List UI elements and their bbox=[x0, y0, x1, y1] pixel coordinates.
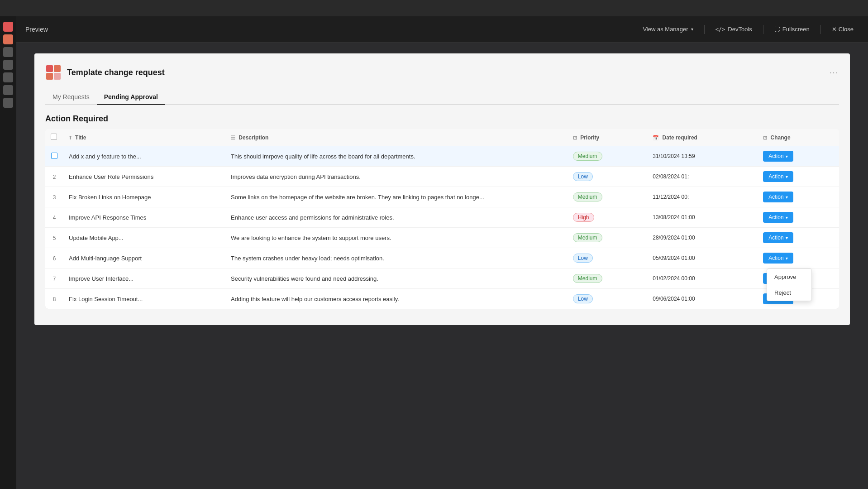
svg-rect-1 bbox=[54, 65, 61, 72]
action-chevron-icon: ▾ bbox=[786, 256, 788, 261]
sidebar-item-5[interactable] bbox=[3, 72, 13, 82]
template-name: Template change request bbox=[67, 68, 165, 77]
sidebar-item-6[interactable] bbox=[3, 85, 13, 95]
col-priority: ⊡ Priority bbox=[568, 129, 647, 146]
action-chevron-icon: ▾ bbox=[786, 235, 788, 240]
action-dropdown-menu: Approve Reject bbox=[767, 268, 812, 301]
action-chevron-icon: ▾ bbox=[786, 195, 788, 200]
svg-rect-0 bbox=[46, 65, 53, 72]
row-action[interactable]: Action ▾ bbox=[758, 146, 839, 167]
close-label: Close bbox=[839, 26, 854, 33]
action-button[interactable]: Action ▾ bbox=[763, 151, 793, 162]
separator-2 bbox=[763, 25, 763, 34]
sidebar-item-2[interactable] bbox=[3, 34, 13, 44]
preview-modal: Preview View as Manager ▾ </> DevTools ⛶… bbox=[16, 16, 868, 489]
row-action[interactable]: Action ▾ bbox=[758, 207, 839, 228]
template-logo-area: Template change request bbox=[45, 64, 165, 81]
table-row: 3Fix Broken Links on HomepageSome links … bbox=[45, 187, 839, 207]
tabs-row: My Requests Pending Approval bbox=[45, 90, 839, 105]
header-checkbox[interactable] bbox=[51, 134, 57, 140]
row-date: 28/09/2024 01:00 bbox=[647, 228, 758, 248]
row-number: 6 bbox=[53, 255, 56, 262]
row-number: 8 bbox=[53, 296, 56, 302]
row-title: Fix Broken Links on Homepage bbox=[63, 187, 225, 207]
action-button[interactable]: Action ▾ bbox=[763, 171, 793, 182]
row-checkbox-cell[interactable]: 6 bbox=[45, 248, 63, 268]
row-checkbox-cell[interactable] bbox=[45, 146, 63, 167]
date-col-icon: 📅 bbox=[653, 135, 659, 140]
row-description: This should imrpove quality of life acro… bbox=[225, 146, 568, 167]
close-icon: ✕ bbox=[832, 26, 837, 33]
sidebar-item-4[interactable] bbox=[3, 60, 13, 70]
row-date: 01/02/2024 00:00 bbox=[647, 268, 758, 289]
view-as-manager-label: View as Manager bbox=[643, 26, 688, 33]
preview-actions: View as Manager ▾ </> DevTools ⛶ Fullscr… bbox=[637, 23, 859, 35]
dropdown-reject[interactable]: Reject bbox=[767, 285, 811, 301]
table-row: 8Fix Login Session Timeout...Adding this… bbox=[45, 289, 839, 309]
close-button[interactable]: ✕ Close bbox=[826, 23, 859, 35]
app-logo-icon bbox=[45, 64, 62, 81]
action-button[interactable]: Action ▾ bbox=[763, 192, 793, 202]
table-scroll-wrapper[interactable]: T Title ☰ Description ⊡ Priority bbox=[45, 129, 839, 309]
col-description: ☰ Description bbox=[225, 129, 568, 146]
table-row: 4Improve API Response TimesEnhance user … bbox=[45, 207, 839, 228]
row-description: Some links on the homepage of the websit… bbox=[225, 187, 568, 207]
row-title: Add Multi-language Support bbox=[63, 248, 225, 268]
row-number: 4 bbox=[53, 215, 56, 221]
row-checkbox-cell[interactable]: 5 bbox=[45, 228, 63, 248]
dev-tools-button[interactable]: </> DevTools bbox=[710, 23, 758, 35]
action-button[interactable]: Action ▾ bbox=[763, 232, 793, 243]
sidebar-item-1[interactable] bbox=[3, 22, 13, 32]
col-title: T Title bbox=[63, 129, 225, 146]
priority-badge: Medium bbox=[573, 192, 602, 201]
row-title: Update Mobile App... bbox=[63, 228, 225, 248]
row-date: 02/08/2024 01: bbox=[647, 167, 758, 187]
row-checkbox-cell[interactable]: 2 bbox=[45, 167, 63, 187]
col-checkbox[interactable] bbox=[45, 129, 63, 146]
fullscreen-label: Fullscreen bbox=[782, 26, 810, 33]
tab-my-requests[interactable]: My Requests bbox=[45, 90, 97, 105]
priority-col-icon: ⊡ bbox=[573, 135, 577, 140]
row-number: 3 bbox=[53, 194, 56, 201]
preview-title: Preview bbox=[25, 26, 48, 33]
more-options-icon[interactable]: ⋯ bbox=[829, 67, 839, 78]
row-action[interactable]: Action ▾ bbox=[758, 248, 839, 268]
row-description: Improves data encryption during API tran… bbox=[225, 167, 568, 187]
table-row: Add x and y feature to the...This should… bbox=[45, 146, 839, 167]
row-action[interactable]: Action ▾ bbox=[758, 187, 839, 207]
sidebar-item-3[interactable] bbox=[3, 47, 13, 57]
action-button[interactable]: Action ▾ bbox=[763, 212, 793, 223]
tab-pending-approval[interactable]: Pending Approval bbox=[97, 90, 165, 105]
row-checkbox-cell[interactable]: 7 bbox=[45, 268, 63, 289]
row-title: Improve API Response Times bbox=[63, 207, 225, 228]
preview-header: Preview View as Manager ▾ </> DevTools ⛶… bbox=[16, 16, 868, 43]
change-col-icon: ⊡ bbox=[763, 135, 767, 140]
view-as-manager-button[interactable]: View as Manager ▾ bbox=[637, 23, 698, 35]
row-checkbox-cell[interactable]: 3 bbox=[45, 187, 63, 207]
desc-col-icon: ☰ bbox=[231, 135, 235, 140]
row-checkbox-cell[interactable]: 4 bbox=[45, 207, 63, 228]
preview-content: Template change request ⋯ My Requests Pe… bbox=[16, 43, 868, 489]
row-action[interactable]: Action ▾ bbox=[758, 228, 839, 248]
row-checkbox-cell[interactable]: 8 bbox=[45, 289, 63, 309]
row-date: 11/12/2024 00: bbox=[647, 187, 758, 207]
row-description: Enhance user access and permissions for … bbox=[225, 207, 568, 228]
section-title: Action Required bbox=[45, 114, 839, 124]
row-priority: Medium bbox=[568, 268, 647, 289]
template-wrapper: Template change request ⋯ My Requests Pe… bbox=[34, 53, 850, 325]
action-button[interactable]: Action ▾ bbox=[763, 253, 793, 264]
row-priority: Medium bbox=[568, 187, 647, 207]
dropdown-approve[interactable]: Approve bbox=[767, 269, 811, 285]
priority-badge: Medium bbox=[573, 233, 602, 242]
action-chevron-icon: ▾ bbox=[786, 174, 788, 179]
priority-badge: Medium bbox=[573, 274, 602, 283]
row-checkbox[interactable] bbox=[51, 153, 57, 159]
sidebar-item-7[interactable] bbox=[3, 98, 13, 108]
priority-badge: Low bbox=[573, 294, 593, 303]
template-header: Template change request ⋯ bbox=[45, 64, 839, 81]
row-date: 05/09/2024 01:00 bbox=[647, 248, 758, 268]
action-chevron-icon: ▾ bbox=[786, 154, 788, 159]
row-number: 5 bbox=[53, 235, 56, 241]
row-action[interactable]: Action ▾ bbox=[758, 167, 839, 187]
fullscreen-button[interactable]: ⛶ Fullscreen bbox=[769, 23, 815, 35]
